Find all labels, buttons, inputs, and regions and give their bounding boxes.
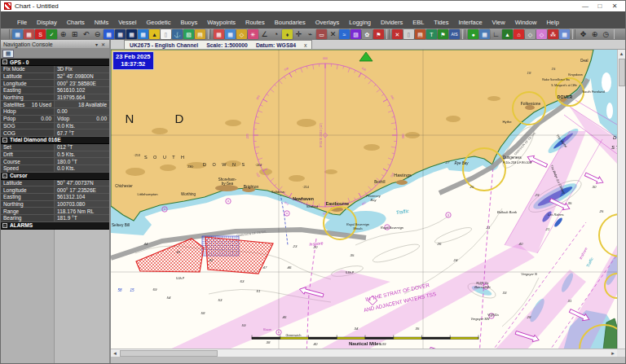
zoom-in-icon[interactable]: ⊕ — [58, 29, 68, 39]
chart-label: 58 — [117, 288, 122, 292]
panel-pin-icon[interactable]: ▾ — [94, 42, 99, 47]
section-header[interactable]: −Cursor — [1, 173, 109, 180]
menu-item-routes[interactable]: Routes — [240, 18, 270, 27]
chart-tab[interactable]: UK2675 - English Channel Scale: 1:500000… — [124, 40, 312, 49]
collapse-icon[interactable]: − — [2, 173, 7, 178]
section-header[interactable]: −GPS - 0 — [1, 59, 109, 66]
pattern-icon[interactable]: ✳ — [248, 29, 258, 39]
menu-item-dividers[interactable]: Dividers — [376, 18, 408, 27]
blank-sheet-icon[interactable]: ▯ — [161, 29, 171, 39]
target-icon[interactable]: ✛ — [293, 29, 304, 39]
land-icon[interactable]: ▲ — [502, 29, 513, 39]
close-chart-icon[interactable]: ✕ — [392, 29, 403, 39]
chart-label: 25 — [470, 185, 474, 189]
chart-catalogue-icon[interactable]: ▦ — [24, 29, 34, 39]
track-icon[interactable]: ⌁ — [305, 29, 315, 39]
nautical-chart[interactable]: 000030060090120150180210240270300330 — [111, 50, 617, 357]
minimize-button[interactable]: — — [578, 2, 593, 11]
section-header[interactable]: −Tidal Diamond 016E — [1, 137, 109, 144]
chart-check-icon[interactable]: ✓ — [46, 29, 57, 39]
zoom-area-icon[interactable]: ⊞ — [69, 29, 80, 39]
grid-blue-icon[interactable]: ▦ — [559, 29, 570, 39]
menu-item-boundaries[interactable]: Boundaries — [270, 18, 311, 27]
collapse-icon[interactable]: − — [2, 223, 7, 228]
display-panel-icon[interactable]: ▦ — [479, 29, 490, 39]
menu-item-help[interactable]: Help — [541, 18, 563, 27]
diamond-grey-icon[interactable]: ◇ — [525, 29, 536, 39]
chart-label: Vergoyer N — [521, 272, 537, 276]
clock-compass-icon[interactable]: ◷ — [601, 29, 611, 39]
menu-item-display[interactable]: Display — [32, 18, 62, 27]
chart-day-icon[interactable]: ▦ — [104, 29, 114, 39]
section-header[interactable]: −ALARMS — [1, 222, 109, 230]
menu-item-view[interactable]: View — [487, 18, 510, 27]
mark-icon[interactable]: ⚑ — [438, 29, 448, 39]
menu-item-ntms[interactable]: NtMs — [90, 18, 114, 27]
vessel-icon[interactable]: ⚓ — [172, 29, 183, 39]
flag-icon[interactable]: ⚑ — [373, 29, 384, 39]
ruler-icon[interactable]: ∟ — [491, 29, 501, 39]
vrm-icon[interactable]: ◔ — [271, 29, 281, 39]
ebl-icon[interactable]: ∠ — [259, 29, 270, 39]
menu-item-interface[interactable]: Interface — [453, 18, 487, 27]
gps-status-icon[interactable]: ● — [468, 29, 478, 39]
panel-close-icon[interactable]: ✕ — [99, 42, 107, 47]
ais-icon[interactable]: AIS — [449, 29, 460, 39]
zoom-prev-icon[interactable]: ↶ — [81, 29, 91, 39]
collapse-icon[interactable]: − — [2, 59, 7, 64]
menu-item-buoys[interactable]: Buoys — [175, 18, 202, 27]
menu-item-vessel[interactable]: Vessel — [113, 18, 141, 27]
menu-item-window[interactable]: Window — [510, 18, 542, 27]
diamond-pink-icon[interactable]: ◇ — [536, 29, 547, 39]
waypoint-icon[interactable]: ◇ — [236, 29, 247, 39]
menu-item-ebl[interactable]: EBL — [408, 18, 429, 27]
boundary-icon[interactable]: ▭ — [316, 29, 327, 39]
open-chart-icon[interactable]: ▦ — [12, 29, 23, 39]
horizontal-scrollbar[interactable]: ◄ ► — [111, 349, 617, 357]
export-icon[interactable]: ▤ — [415, 29, 425, 39]
gear-icon[interactable]: ✿ — [362, 29, 373, 39]
lamp-icon[interactable]: ♦ — [282, 29, 293, 39]
stm-icon[interactable]: S — [35, 29, 46, 39]
vertical-scrollbar[interactable]: ▲ ▼ — [617, 50, 625, 357]
chart-palette-icon[interactable]: ▦ — [138, 29, 148, 39]
chart-dusk-icon[interactable]: ▦ — [115, 29, 126, 39]
menu-item-logging[interactable]: Logging — [344, 18, 376, 27]
overlay-icon[interactable]: ▧ — [183, 29, 194, 39]
grid-red-icon[interactable]: ▦ — [214, 29, 224, 39]
panel-grid-icon[interactable]: ▦ — [2, 50, 14, 58]
scatter-icon[interactable]: ⁂ — [548, 29, 558, 39]
data-row: Latitude52° 45'.09800N — [1, 73, 109, 81]
menu-item-geodetic[interactable]: Geodetic — [141, 18, 175, 27]
menu-item-overlays[interactable]: Overlays — [311, 18, 345, 27]
pan-icon[interactable]: ✥ — [578, 29, 589, 39]
navigation-data-table: −GPS - 0Fix Mode3D FixLatitude52° 45'.09… — [1, 59, 109, 230]
zoom-out-icon[interactable]: ⊖ — [92, 29, 103, 39]
tools-icon[interactable]: T — [426, 29, 437, 39]
logging-icon[interactable]: ▨ — [350, 29, 361, 39]
chart-label: Vergoyer SW — [471, 317, 490, 321]
chart-label: 59 — [242, 323, 246, 327]
menu-item-tides[interactable]: Tides — [429, 18, 453, 27]
menu-item-charts[interactable]: Charts — [62, 18, 90, 27]
close-button[interactable]: ✕ — [607, 2, 622, 11]
alarm-icon[interactable]: ▲ — [149, 29, 160, 39]
chart-label: 42 — [209, 258, 214, 262]
menu-item-file[interactable]: File — [12, 18, 32, 27]
route-chart-icon[interactable]: ▦ — [225, 29, 236, 39]
tab-close-icon[interactable]: x — [304, 42, 307, 48]
chart-night-icon[interactable]: ▦ — [126, 29, 137, 39]
tides-icon[interactable]: ≈ — [339, 29, 350, 39]
scroll-left-icon: ◄ — [111, 351, 119, 356]
maximize-button[interactable]: □ — [593, 2, 607, 11]
magnify-icon[interactable]: ⊕ — [589, 29, 600, 39]
folder-icon[interactable]: ▤ — [195, 29, 205, 39]
chart-label: 26 — [437, 242, 442, 246]
chart-label: Eastbourne — [326, 201, 350, 206]
menu-item-waypoints[interactable]: Waypoints — [202, 18, 240, 27]
dividers-icon[interactable]: ✕ — [328, 29, 338, 39]
sheet-ghost-icon[interactable]: ▯ — [403, 29, 414, 39]
harbour-icon[interactable]: ⌂ — [514, 29, 524, 39]
chart-canvas[interactable]: 000030060090120150180210240270300330 — [111, 50, 617, 357]
collapse-icon[interactable]: − — [2, 138, 7, 143]
